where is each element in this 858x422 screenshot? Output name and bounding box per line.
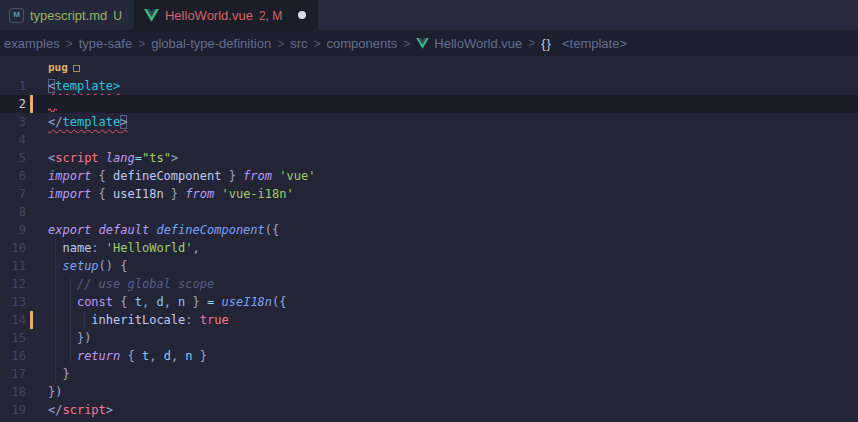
line-number[interactable]: 16 [0, 347, 26, 365]
code-line-11[interactable]: 11 setup() { [0, 257, 858, 275]
code-line-6[interactable]: 6import { defineComponent } from 'vue' [0, 167, 858, 185]
git-status-badge: U [113, 9, 122, 23]
symbol-namespace-icon: {} [541, 36, 552, 51]
code-line-18[interactable]: 18}) [0, 383, 858, 401]
token: > [171, 151, 178, 165]
line-number[interactable]: 4 [0, 131, 26, 149]
line-number[interactable]: 6 [0, 167, 26, 185]
token: { [120, 295, 134, 309]
line-number[interactable]: 8 [0, 203, 26, 221]
widget-box-icon [73, 65, 80, 72]
token: defineComponent [113, 169, 221, 183]
code-line-12[interactable]: 12 // use global scope [0, 275, 858, 293]
token: ({ [272, 295, 286, 309]
code-text: <script lang="ts"> [48, 149, 178, 167]
vue-icon [416, 38, 429, 49]
code-line-17[interactable]: 17 } [0, 365, 858, 383]
line-number[interactable]: 13 [0, 293, 26, 311]
line-number[interactable]: 12 [0, 275, 26, 293]
breadcrumb-item[interactable]: type-safe [77, 36, 134, 51]
breadcrumb-item[interactable]: src [288, 36, 309, 51]
code-line-16[interactable]: 16 return { t, d, n } [0, 347, 858, 365]
tab-bar: M typescript.mdU HelloWorld.vue2, M [0, 0, 858, 30]
line-number[interactable]: 15 [0, 329, 26, 347]
code-line-15[interactable]: 15 }) [0, 329, 858, 347]
code-line-5[interactable]: 5<script lang="ts"> [0, 149, 858, 167]
token: </ [48, 403, 62, 417]
code-line-4[interactable]: 4 [0, 131, 858, 149]
token: script [62, 403, 105, 417]
code-text: return { t, d, n } [48, 347, 207, 365]
bracket-match-highlight: > [120, 115, 127, 129]
line-number[interactable]: 1 [0, 77, 26, 95]
breadcrumb-symbol[interactable]: {} <template> [539, 36, 629, 51]
token [91, 223, 98, 237]
code-line-10[interactable]: 10 name: 'HelloWorld', [0, 239, 858, 257]
breadcrumb: examples>type-safe>global-type-definitio… [0, 30, 858, 56]
token: () { [99, 259, 128, 273]
line-number[interactable]: 3 [0, 113, 26, 131]
line-number[interactable]: 9 [0, 221, 26, 239]
tab-helloworld-vue[interactable]: HelloWorld.vue2, M [135, 0, 318, 30]
code-text: export default defineComponent({ [48, 221, 279, 239]
token [48, 295, 77, 309]
token: name [62, 241, 91, 255]
line-number[interactable]: 10 [0, 239, 26, 257]
error-squiggle-text: > [113, 79, 120, 93]
token: 'vue' [279, 169, 315, 183]
error-squiggle [48, 107, 58, 112]
code-line-7[interactable]: 7import { useI18n } from 'vue-i18n' [0, 185, 858, 203]
template-lang-label: pug [48, 59, 68, 77]
code-text: }) [48, 383, 62, 401]
line-number[interactable]: 18 [0, 383, 26, 401]
line-number[interactable]: 2 [0, 95, 26, 113]
vue-icon [144, 9, 159, 22]
token: setup [62, 259, 98, 273]
line-number[interactable]: 5 [0, 149, 26, 167]
line-number[interactable]: 7 [0, 185, 26, 203]
code-line-2[interactable]: 2 [0, 95, 858, 113]
code-line-3[interactable]: 3</template> [0, 113, 858, 131]
line-number[interactable]: 17 [0, 365, 26, 383]
markdown-icon: M [9, 8, 24, 23]
token: { [91, 187, 113, 201]
git-modified-indicator[interactable] [30, 95, 33, 113]
token: useI18n [221, 295, 272, 309]
code-line-8[interactable]: 8 [0, 203, 858, 221]
token: script [55, 151, 98, 165]
template-lang-widget[interactable]: pug [48, 59, 80, 77]
code-line-19[interactable]: 19</script> [0, 401, 858, 419]
breadcrumb-item[interactable]: global-type-definition [149, 36, 273, 51]
breadcrumb-file[interactable]: HelloWorld.vue [414, 36, 524, 51]
line-number[interactable]: 19 [0, 401, 26, 419]
token: } [62, 367, 69, 381]
code-line-1[interactable]: 1<template> [0, 77, 858, 95]
dirty-indicator-dot[interactable] [298, 11, 306, 19]
line-number[interactable]: 14 [0, 311, 26, 329]
token: > [106, 403, 113, 417]
token: 'vue-i18n' [221, 187, 293, 201]
error-squiggle-text: template [62, 115, 120, 129]
breadcrumb-item[interactable]: components [325, 36, 400, 51]
token: } [185, 295, 207, 309]
token: lang [106, 151, 135, 165]
tab-label: HelloWorld.vue [165, 8, 253, 23]
breadcrumb-item[interactable]: examples [2, 36, 62, 51]
tab-typescript-md[interactable]: M typescript.mdU [0, 0, 135, 30]
token: inheritLocale [91, 313, 185, 327]
token: const [77, 295, 113, 309]
code-line-14[interactable]: 14 inheritLocale: true [0, 311, 858, 329]
token: return [77, 349, 120, 363]
line-number[interactable]: 11 [0, 257, 26, 275]
token [48, 349, 77, 363]
code-line-9[interactable]: 9export default defineComponent({ [0, 221, 858, 239]
code-text: </script> [48, 401, 113, 419]
breadcrumb-separator: > [524, 36, 539, 50]
token [48, 259, 62, 273]
editor[interactable]: pug 1<template>23</template>45<script la… [0, 56, 858, 422]
code-line-13[interactable]: 13 const { t, d, n } = useI18n({ [0, 293, 858, 311]
git-modified-indicator[interactable] [30, 311, 33, 329]
token: , [142, 295, 156, 309]
token: { [91, 169, 113, 183]
token: default [99, 223, 150, 237]
